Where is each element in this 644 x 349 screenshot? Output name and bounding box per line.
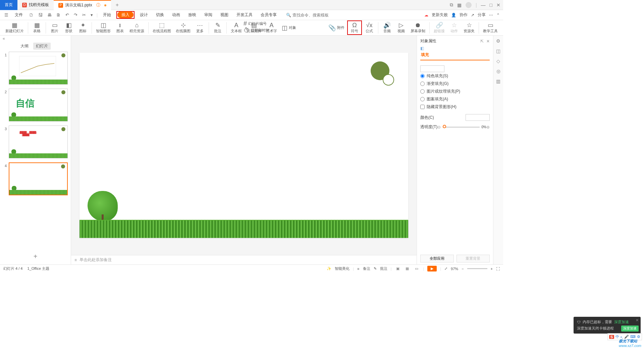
tab-new[interactable]: + [111,0,123,10]
menu-file[interactable]: 文件 [12,11,25,19]
thumb-3[interactable]: {████} {████} {████} [9,126,68,158]
panel-collapse[interactable]: « [0,36,71,42]
zoom-slider[interactable] [467,268,487,269]
ribbon-symbol[interactable]: Ω符号 [348,21,361,34]
panel-tab-fill[interactable]: 填充 [420,51,490,60]
chevron-up-icon[interactable]: ⌃ [496,13,500,17]
tab-templates[interactable]: D找稻壳模板 [17,0,54,10]
color-picker[interactable] [466,114,490,121]
avatar-icon[interactable] [466,2,472,8]
view-reading-icon[interactable]: ▭ [414,266,420,271]
ribbon-object[interactable]: ◫对象 [280,24,298,32]
layout-icon[interactable]: ⧉ [450,2,453,8]
btn-reset-bg[interactable]: 重置背景 [457,255,490,262]
menu-view[interactable]: 视图 [218,11,231,19]
radio-pattern[interactable] [420,97,425,101]
status-comments[interactable]: 批注 [380,266,387,271]
search-box[interactable]: 🔍 [286,13,333,17]
ribbon-chart[interactable]: ⫾图表 [113,21,127,34]
check-hidebg[interactable] [420,105,425,109]
menu-review[interactable]: 审阅 [202,11,215,19]
menu-start[interactable]: 开始 [100,11,114,19]
shape-circle-small[interactable] [383,74,394,86]
ribbon-mindmap[interactable]: ⊹在线脑图 [174,21,193,34]
menu-design[interactable]: 设计 [137,11,151,19]
ribbon-resource[interactable]: ☆资源夹 [462,21,477,34]
ribbon-table[interactable]: ▦表格 [30,21,44,34]
menu-animation[interactable]: 动画 [169,11,183,19]
maximize-button[interactable]: □ [490,2,492,8]
ribbon-smartart[interactable]: ◫智能图形 [94,21,113,34]
share[interactable]: 分享 [478,12,486,18]
strip-settings-icon[interactable]: ⚙ [496,38,500,44]
radio-gradient[interactable] [420,82,425,86]
menu-devtools[interactable]: 开发工具 [234,11,255,19]
pin-icon[interactable]: ⇱ [480,39,484,44]
thumb-4[interactable] [9,162,68,195]
qat-undo-icon[interactable]: ↶ [64,12,70,17]
qat-more-icon[interactable]: ▾ [90,12,94,17]
qat-print-icon[interactable]: 🖶 [46,12,53,17]
qat-new-icon[interactable]: 🗋 [28,12,35,17]
panel-close-icon[interactable]: ✕ [486,39,490,44]
ribbon-comment[interactable]: ✎批注 [211,21,224,34]
canvas-area[interactable] [71,36,417,255]
fullscreen-icon[interactable]: ⛶ [496,267,500,271]
fit-icon[interactable]: ⤢ [444,266,447,271]
tab-home[interactable]: 首页 [0,0,17,10]
notes-toggle-icon[interactable]: ≡ [357,267,359,271]
alpha-plus[interactable]: ⊕ [486,125,490,130]
ribbon-teaching[interactable]: ▭教学工具 [481,21,500,34]
zoom-out-icon[interactable]: − [462,267,464,271]
close-button[interactable]: ✕ [496,2,500,8]
ribbon-new-slide[interactable]: ▦新建幻灯片 [3,21,26,34]
ribbon-docer[interactable]: ⌂稻壳资源 [127,21,146,34]
tab-document[interactable]: P演示文稿1.pptxⓘ [54,0,111,10]
fill-preset[interactable] [420,65,444,72]
strip-select-icon[interactable]: ◫ [496,48,500,54]
menu-insert[interactable]: 插入 [117,11,133,18]
status-notes[interactable]: 备注 [363,266,370,271]
ribbon-datetime[interactable]: ⏱日期和时间 [241,26,271,34]
strip-shape-icon[interactable]: ◇ [496,58,500,64]
qat-save-icon[interactable]: 🖫 [37,12,44,17]
menu-slideshow[interactable]: 放映 [185,11,199,19]
tab-outline[interactable]: 大纲 [20,43,29,49]
ribbon-shape[interactable]: ◧形状 [62,21,75,34]
alpha-slider[interactable] [443,127,479,128]
ribbon-attach[interactable]: 📎附件 [326,24,346,32]
view-sorter-icon[interactable]: ▦ [404,266,410,271]
qat-cut-icon[interactable]: ✂ [81,12,87,17]
zoom-value[interactable]: 97% [451,267,458,271]
menu-transition[interactable]: 切换 [153,11,167,19]
minimize-button[interactable]: — [481,2,486,8]
slide-canvas[interactable] [79,53,408,238]
strip-layout-icon[interactable]: ▥ [496,79,500,84]
ribbon-flowchart[interactable]: ⬚在线流程图 [151,21,173,34]
thumb-1[interactable] [9,52,68,85]
btn-apply-all[interactable]: 全部应用 [420,255,454,262]
comments-toggle-icon[interactable]: ✎ [374,266,377,271]
radio-picture[interactable] [420,89,425,94]
update-fail[interactable]: 更新失败 [432,12,448,18]
add-slide[interactable]: + [0,249,71,264]
alpha-minus[interactable]: ⊖ [437,125,441,130]
ribbon-equation[interactable]: √x公式 [363,21,376,34]
notes-bar[interactable]: ≡ 单击此处添加备注 [71,255,417,264]
ribbon-picture[interactable]: ▭图片 [48,21,61,34]
play-button[interactable]: ▶ [427,266,437,271]
strip-location-icon[interactable]: ◎ [496,68,500,74]
menu-member[interactable]: 会员专享 [258,11,279,19]
thumb-2[interactable]: 自信 [9,89,68,121]
search-input[interactable] [292,13,333,17]
status-beautify[interactable]: 智能美化 [335,266,350,271]
ribbon-icon[interactable]: ✦图标 [76,21,90,34]
tab-slides[interactable]: 幻灯片 [33,43,51,50]
beautify-icon[interactable]: ✨ [327,266,331,271]
view-normal-icon[interactable]: ▣ [395,266,401,271]
radio-solid[interactable] [420,74,425,78]
ribbon-record[interactable]: ⏺屏幕录制 [409,21,427,34]
apps-icon[interactable]: ▦ [457,2,462,8]
menu-icon[interactable]: ☰ [3,12,9,17]
zoom-in-icon[interactable]: + [491,267,493,271]
